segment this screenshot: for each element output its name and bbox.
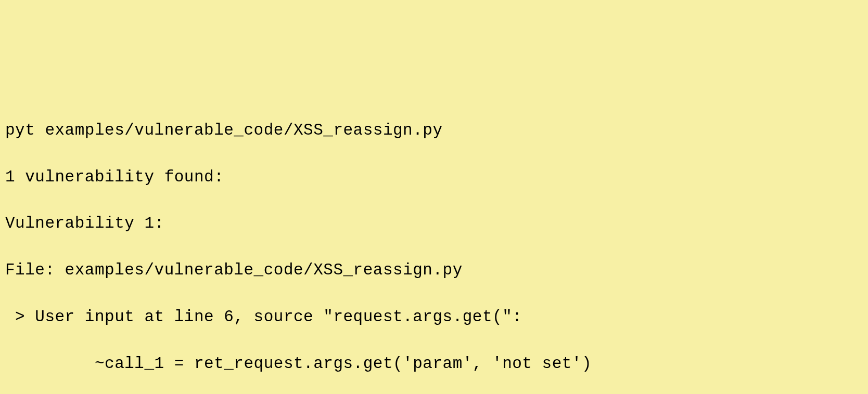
output-line: 1 vulnerability found: bbox=[5, 166, 863, 189]
output-line: Vulnerability 1: bbox=[5, 212, 863, 235]
output-line: > User input at line 6, source "request.… bbox=[5, 306, 863, 329]
terminal-output: pyt examples/vulnerable_code/XSS_reassig… bbox=[5, 96, 863, 394]
output-line: pyt examples/vulnerable_code/XSS_reassig… bbox=[5, 119, 863, 142]
output-line: File: examples/vulnerable_code/XSS_reass… bbox=[5, 259, 863, 282]
output-line: ~call_1 = ret_request.args.get('param', … bbox=[5, 352, 863, 376]
